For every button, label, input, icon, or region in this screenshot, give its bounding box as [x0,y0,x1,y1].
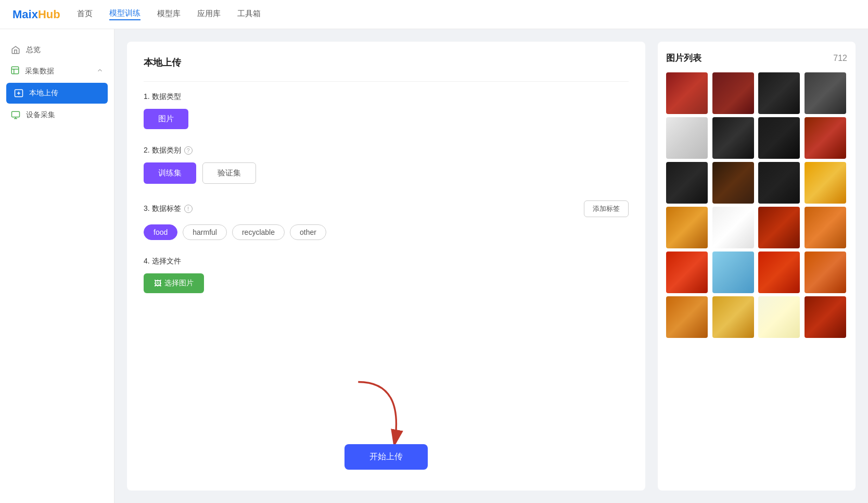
sidebar-item-overview[interactable]: 总览 [0,40,114,60]
sidebar-item-device-collect[interactable]: 设备采集 [0,105,114,125]
list-item[interactable] [758,72,800,114]
list-item[interactable] [712,117,754,159]
image-panel-header: 图片列表 712 [666,52,847,64]
nav-item-model-training[interactable]: 模型训练 [109,8,141,20]
start-upload-button[interactable]: 开始上传 [344,444,428,470]
list-item[interactable] [712,72,754,114]
image-panel: 图片列表 712 [658,42,856,491]
svg-rect-0 [11,67,19,74]
tag-other[interactable]: other [290,224,326,240]
step4-section: 4. 选择文件 🖼 选择图片 [144,257,629,293]
list-item[interactable] [758,162,800,204]
step1-section: 1. 数据类型 图片 [144,92,629,129]
collect-data-label: 采集数据 [25,67,54,76]
header: MaixHub 首页 模型训练 模型库 应用库 工具箱 [0,0,868,29]
panel-title: 本地上传 [144,56,629,69]
list-item[interactable] [666,117,708,159]
image-panel-title: 图片列表 [666,52,701,64]
list-item[interactable] [805,117,846,159]
list-item[interactable] [666,72,708,114]
divider-1 [144,81,629,82]
list-item[interactable] [758,251,800,293]
tag-harmful[interactable]: harmful [183,224,227,240]
step2-label: 2. 数据类别 ? [144,146,629,155]
layout: 总览 采集数据 [0,29,868,503]
list-item[interactable] [805,72,846,114]
list-item[interactable] [758,296,800,338]
data-type-image-button[interactable]: 图片 [144,109,188,129]
list-item[interactable] [805,207,846,248]
list-item[interactable] [758,207,800,248]
list-item[interactable] [758,117,800,159]
logo: MaixHub [12,8,60,21]
step3-help-icon[interactable]: ! [184,205,193,213]
local-upload-label: 本地上传 [29,89,58,98]
collect-icon [10,66,20,77]
step1-label: 1. 数据类型 [144,92,629,102]
main-nav: 首页 模型训练 模型库 应用库 工具箱 [77,8,261,20]
main-content: 本地上传 1. 数据类型 图片 2. 数据类别 ? 训练集 验证集 [114,29,868,503]
device-collect-label: 设备采集 [26,110,55,120]
image-file-icon: 🖼 [154,279,161,287]
nav-item-toolbox[interactable]: 工具箱 [237,9,261,20]
step3-header: 3. 数据标签 ! 添加标签 [144,200,629,217]
tags-area: food harmful recyclable other [144,224,629,240]
image-grid [666,72,847,338]
select-image-button[interactable]: 🖼 选择图片 [144,273,204,293]
upload-panel: 本地上传 1. 数据类型 图片 2. 数据类别 ? 训练集 验证集 [127,42,645,491]
step2-help-icon[interactable]: ? [184,146,193,155]
list-item[interactable] [712,296,754,338]
list-item[interactable] [712,207,754,248]
image-count: 712 [833,54,847,63]
sidebar-item-local-upload[interactable]: 本地上传 [6,83,108,104]
nav-item-model-library[interactable]: 模型库 [157,9,181,20]
sidebar-group-collect[interactable]: 采集数据 [0,60,114,82]
chevron-up-icon [96,67,104,76]
tag-recyclable[interactable]: recyclable [232,224,285,240]
category-buttons: 训练集 验证集 [144,162,629,184]
step4-label: 4. 选择文件 [144,257,629,266]
list-item[interactable] [666,207,708,248]
nav-item-home[interactable]: 首页 [77,9,93,20]
svg-rect-6 [12,111,20,117]
sidebar: 总览 采集数据 [0,29,114,503]
list-item[interactable] [666,162,708,204]
device-icon [10,110,21,120]
list-item[interactable] [712,162,754,204]
list-item[interactable] [805,251,846,293]
validate-set-button[interactable]: 验证集 [202,162,256,184]
list-item[interactable] [666,251,708,293]
nav-item-app-library[interactable]: 应用库 [197,9,221,20]
step2-section: 2. 数据类别 ? 训练集 验证集 [144,146,629,184]
list-item[interactable] [712,251,754,293]
home-icon [10,45,21,55]
list-item[interactable] [805,162,846,204]
list-item[interactable] [805,296,846,338]
tag-food[interactable]: food [144,224,177,240]
list-item[interactable] [666,296,708,338]
add-tag-button[interactable]: 添加标签 [584,200,629,217]
overview-label: 总览 [26,45,41,55]
upload-icon [14,88,24,98]
train-set-button[interactable]: 训练集 [144,162,196,184]
step3-section: 3. 数据标签 ! 添加标签 food harmful recyclable o… [144,200,629,240]
